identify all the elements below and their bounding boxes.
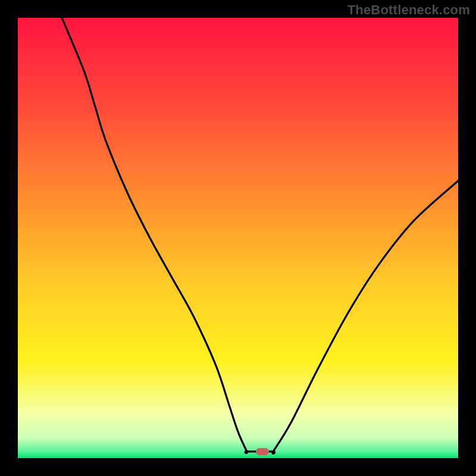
watermark-text: TheBottleneck.com [347,2,470,18]
background-gradient [18,18,458,458]
svg-rect-0 [18,18,458,458]
chart-frame: TheBottleneck.com [0,0,476,476]
plot-area [18,18,458,458]
